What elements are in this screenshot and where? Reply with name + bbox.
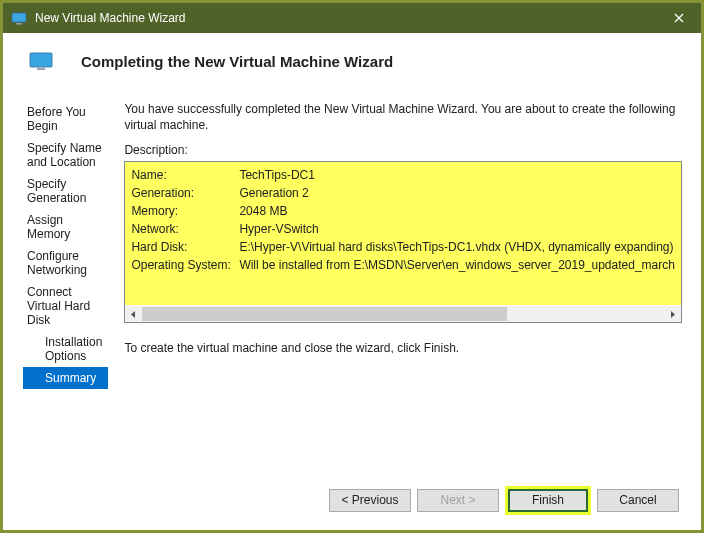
svg-marker-6	[131, 311, 135, 318]
wizard-nav: Before You Begin Specify Name and Locati…	[23, 101, 108, 470]
summary-key: Operating System:	[131, 256, 239, 274]
scroll-right-icon[interactable]	[664, 306, 681, 323]
summary-key: Hard Disk:	[131, 238, 239, 256]
app-icon	[11, 10, 27, 26]
nav-specify-generation[interactable]: Specify Generation	[23, 173, 108, 209]
summary-row: Network:Hyper-VSwitch	[131, 220, 675, 238]
summary-val: 2048 MB	[239, 202, 287, 220]
svg-marker-7	[671, 311, 675, 318]
description-content: Name:TechTips-DC1 Generation:Generation …	[125, 162, 681, 305]
wizard-footer: < Previous Next > Finish Cancel	[3, 470, 701, 530]
summary-val: Hyper-VSwitch	[239, 220, 318, 238]
scroll-track[interactable]	[142, 306, 664, 323]
nav-specify-name-location[interactable]: Specify Name and Location	[23, 137, 108, 173]
finish-instruction: To create the virtual machine and close …	[124, 341, 682, 355]
nav-before-you-begin[interactable]: Before You Begin	[23, 101, 108, 137]
summary-val: Generation 2	[239, 184, 308, 202]
previous-button[interactable]: < Previous	[329, 489, 411, 512]
nav-installation-options[interactable]: Installation Options	[23, 331, 108, 367]
summary-row: Generation:Generation 2	[131, 184, 675, 202]
scroll-left-icon[interactable]	[125, 306, 142, 323]
finish-highlight: Finish	[505, 486, 591, 515]
summary-key: Network:	[131, 220, 239, 238]
close-button[interactable]	[656, 3, 701, 33]
summary-key: Memory:	[131, 202, 239, 220]
cancel-button[interactable]: Cancel	[597, 489, 679, 512]
svg-rect-1	[16, 23, 22, 25]
nav-configure-networking[interactable]: Configure Networking	[23, 245, 108, 281]
summary-val: TechTips-DC1	[239, 166, 315, 184]
svg-rect-0	[12, 13, 26, 22]
next-button: Next >	[417, 489, 499, 512]
svg-rect-5	[37, 68, 45, 70]
svg-rect-4	[30, 53, 52, 67]
summary-row: Operating System:Will be installed from …	[131, 256, 675, 274]
nav-summary[interactable]: Summary	[23, 367, 108, 389]
intro-text: You have successfully completed the New …	[124, 101, 682, 133]
window-title: New Virtual Machine Wizard	[35, 11, 656, 25]
scroll-thumb[interactable]	[142, 307, 507, 321]
titlebar: New Virtual Machine Wizard	[3, 3, 701, 33]
finish-button[interactable]: Finish	[508, 489, 588, 512]
page-title: Completing the New Virtual Machine Wizar…	[81, 53, 393, 70]
wizard-icon	[29, 52, 53, 72]
wizard-content: You have successfully completed the New …	[108, 101, 682, 470]
nav-connect-vhd[interactable]: Connect Virtual Hard Disk	[23, 281, 108, 331]
description-box: Name:TechTips-DC1 Generation:Generation …	[124, 161, 682, 323]
wizard-header: Completing the New Virtual Machine Wizar…	[3, 33, 701, 91]
summary-val: Will be installed from E:\MSDN\Server\en…	[239, 256, 675, 274]
summary-key: Generation:	[131, 184, 239, 202]
summary-row: Hard Disk:E:\Hyper-V\Virtual hard disks\…	[131, 238, 675, 256]
summary-val: E:\Hyper-V\Virtual hard disks\TechTips-D…	[239, 238, 673, 256]
summary-key: Name:	[131, 166, 239, 184]
horizontal-scrollbar[interactable]	[125, 305, 681, 322]
nav-assign-memory[interactable]: Assign Memory	[23, 209, 108, 245]
summary-row: Name:TechTips-DC1	[131, 166, 675, 184]
summary-row: Memory:2048 MB	[131, 202, 675, 220]
wizard-window: New Virtual Machine Wizard Completing th…	[3, 3, 701, 530]
description-label: Description:	[124, 143, 682, 157]
